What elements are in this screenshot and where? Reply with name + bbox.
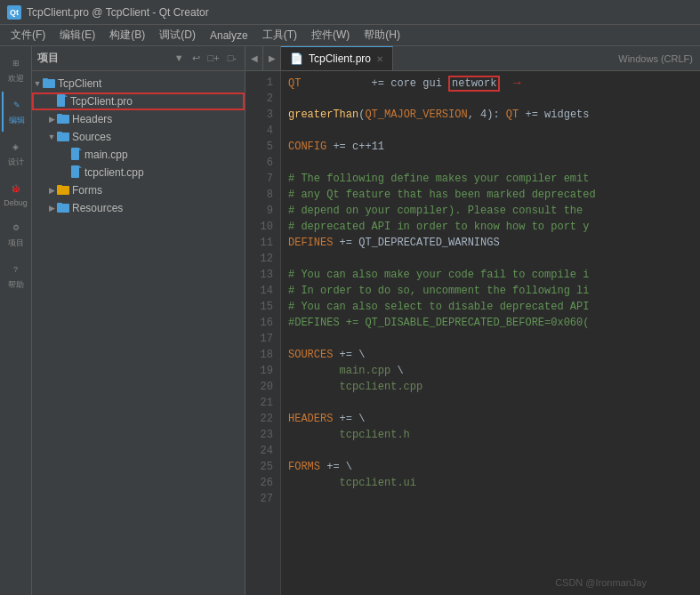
- menu-item-H[interactable]: 帮助(H): [357, 26, 407, 44]
- tab-nav-forward[interactable]: ▶: [263, 46, 281, 70]
- folder-icon-sources: [57, 130, 69, 142]
- tree-label-tcpclient-pro: TcpClient.pro: [70, 95, 133, 108]
- file-icon-tcpclient-cpp: [71, 165, 82, 178]
- tree-item-sources[interactable]: ▼Sources: [32, 128, 245, 146]
- edit-icon-shape: ✎: [9, 97, 25, 113]
- svg-rect-1: [43, 78, 48, 81]
- filter-btn[interactable]: ▼: [172, 52, 187, 65]
- menu-item-B[interactable]: 构建(B): [102, 26, 152, 44]
- svg-marker-11: [79, 165, 82, 168]
- code-line-26: tcpclient.ui: [288, 475, 693, 491]
- line-num-27: 27: [245, 491, 273, 507]
- tree-item-resources[interactable]: ▶Resources: [32, 199, 245, 217]
- code-line-13: # You can also make your code fail to co…: [288, 267, 693, 283]
- project-panel-header: 项目 ▼ ↩ □+ □-: [32, 46, 245, 71]
- svg-rect-2: [57, 94, 65, 107]
- debug-icon-shape: 🐞: [8, 181, 24, 197]
- code-line-4: [288, 123, 693, 139]
- code-line-16: #DEFINES += QT_DISABLE_DEPRECATED_BEFORE…: [288, 315, 693, 331]
- line-num-8: 8: [245, 187, 273, 203]
- main-layout: ⊞欢迎✎编辑◈设计🐞Debug⚙项目?帮助 项目 ▼ ↩ □+ □- ▼TcpC…: [0, 46, 700, 595]
- code-line-14: # In order to do so, uncomment the follo…: [288, 283, 693, 299]
- editor-area: ◀ ▶ 📄 TcpClient.pro ✕ Windows (CRLF) 123…: [245, 46, 700, 595]
- code-line-9: # depend on your compiler). Please consu…: [288, 203, 693, 219]
- line-num-3: 3: [245, 107, 273, 123]
- line-num-15: 15: [245, 299, 273, 315]
- menu-item-Analyze[interactable]: Analyze: [203, 28, 255, 44]
- code-line-27: [288, 491, 693, 507]
- code-line-22: HEADERS += \: [288, 411, 693, 427]
- line-num-11: 11: [245, 235, 273, 251]
- sync-btn[interactable]: ↩: [189, 52, 203, 65]
- code-line-3: greaterThan(QT_MAJOR_VERSION, 4): QT += …: [288, 107, 693, 123]
- edit-icon[interactable]: ✎编辑: [2, 92, 30, 132]
- svg-rect-8: [71, 148, 79, 160]
- tree-item-forms[interactable]: ▶Forms: [32, 181, 245, 199]
- code-line-20: tcpclient.cpp: [288, 379, 693, 395]
- code-line-1: QT += core gui network →: [288, 75, 693, 91]
- code-content[interactable]: QT += core gui network →greaterThan(QT_M…: [281, 71, 700, 595]
- line-num-13: 13: [245, 267, 273, 283]
- tab-spacer: [393, 46, 611, 70]
- file-icon-tcpclient-pro: [57, 94, 68, 107]
- tree-item-tcpclient-root[interactable]: ▼TcpClient: [32, 75, 245, 92]
- code-editor: 1234567891011121314151617181920212223242…: [245, 71, 700, 595]
- debug-icon[interactable]: 🐞Debug: [2, 175, 30, 213]
- tree-label-headers: Headers: [72, 113, 112, 125]
- tree-arrow-forms: ▶: [46, 186, 57, 195]
- line-num-17: 17: [245, 331, 273, 347]
- tree-item-main-cpp[interactable]: main.cpp: [32, 146, 245, 164]
- code-line-23: tcpclient.h: [288, 427, 693, 443]
- tree-item-tcpclient-pro[interactable]: TcpClient.pro: [32, 92, 245, 110]
- help-icon-label: 帮助: [8, 279, 24, 291]
- line-num-14: 14: [245, 283, 273, 299]
- welcome-icon[interactable]: ⊞欢迎: [2, 50, 30, 90]
- menu-item-E[interactable]: 编辑(E): [52, 26, 102, 44]
- expand-btn[interactable]: □+: [205, 52, 222, 65]
- svg-rect-5: [57, 114, 62, 117]
- line-num-26: 26: [245, 475, 273, 491]
- tree-label-sources: Sources: [72, 131, 111, 143]
- collapse-btn[interactable]: □-: [225, 52, 239, 65]
- svg-marker-9: [79, 148, 82, 150]
- design-icon-shape: ◈: [8, 139, 24, 155]
- menu-item-W[interactable]: 控件(W): [304, 26, 357, 44]
- project-panel-title: 项目: [37, 51, 59, 66]
- line-num-20: 20: [245, 379, 273, 395]
- menu-item-T[interactable]: 工具(T): [255, 26, 304, 44]
- line-num-21: 21: [245, 395, 273, 411]
- line-num-23: 23: [245, 427, 273, 443]
- tree-icon-main-cpp: [71, 148, 82, 163]
- folder-icon-tcpclient-root: [43, 76, 55, 89]
- line-num-1: 1: [245, 75, 273, 91]
- tree-item-tcpclient-cpp[interactable]: tcpclient.cpp: [32, 164, 245, 181]
- menu-item-D[interactable]: 调试(D): [152, 26, 203, 44]
- code-line-7: # The following define makes your compil…: [288, 171, 693, 187]
- project-icon[interactable]: ⚙项目: [2, 214, 30, 254]
- code-line-5: CONFIG += c++11: [288, 139, 693, 155]
- tab-icon: 📄: [290, 52, 303, 65]
- tab-close-btn[interactable]: ✕: [376, 54, 383, 64]
- tree-item-headers[interactable]: ▶Headers: [32, 110, 245, 128]
- line-num-22: 22: [245, 411, 273, 427]
- editor-tabs: ◀ ▶ 📄 TcpClient.pro ✕ Windows (CRLF): [245, 46, 700, 71]
- welcome-icon-shape: ⊞: [8, 55, 24, 71]
- window-title: TcpClient.pro @ TcpClient - Qt Creator: [27, 6, 209, 19]
- titlebar: Qt TcpClient.pro @ TcpClient - Qt Creato…: [0, 0, 700, 25]
- sidebar-icons: ⊞欢迎✎编辑◈设计🐞Debug⚙项目?帮助: [0, 46, 32, 595]
- edit-icon-label: 编辑: [9, 115, 25, 126]
- svg-rect-10: [71, 165, 79, 178]
- project-panel: 项目 ▼ ↩ □+ □- ▼TcpClientTcpClient.pro▶Hea…: [32, 46, 245, 595]
- tree-icon-forms: [57, 183, 69, 198]
- tree-arrow-headers: ▶: [46, 115, 57, 124]
- tab-nav-back[interactable]: ◀: [245, 46, 263, 70]
- tree-arrow-tcpclient-root: ▼: [32, 79, 43, 88]
- highlight-network: network: [448, 76, 500, 92]
- code-line-10: # deprecated API in order to know how to…: [288, 219, 693, 235]
- line-numbers: 1234567891011121314151617181920212223242…: [245, 71, 281, 595]
- menu-item-F[interactable]: 文件(F): [4, 26, 52, 44]
- help-icon[interactable]: ?帮助: [2, 256, 30, 296]
- tab-tcpclient-pro[interactable]: 📄 TcpClient.pro ✕: [281, 46, 393, 70]
- design-icon[interactable]: ◈设计: [2, 133, 30, 173]
- tab-label: TcpClient.pro: [309, 52, 371, 65]
